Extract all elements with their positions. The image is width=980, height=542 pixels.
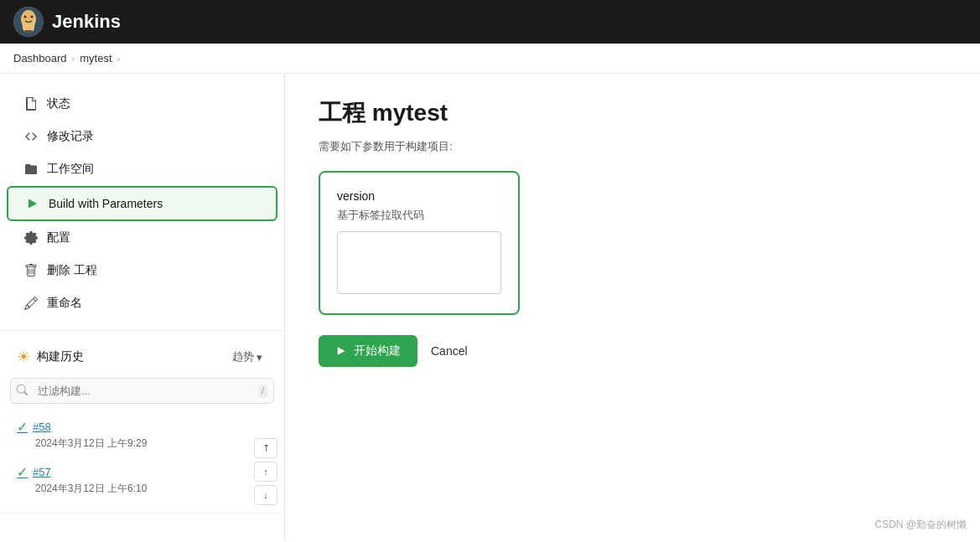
jenkins-logo-svg xyxy=(13,7,44,37)
layout: 状态 修改记录 工作空间 Build with xyxy=(0,74,980,540)
build-button-label: 开始构建 xyxy=(354,343,401,359)
breadcrumb-dashboard[interactable]: Dashboard xyxy=(13,52,67,65)
sidebar-item-config[interactable]: 配置 xyxy=(7,222,277,254)
status-ok-icon-58: ✓ xyxy=(17,419,28,435)
action-buttons: 开始构建 Cancel xyxy=(319,335,946,367)
scroll-controls: ⤒ ↑ ↓ xyxy=(0,513,284,527)
sidebar-item-status[interactable]: 状态 xyxy=(7,88,277,120)
build-date-57: 2024年3月12日 上午6:10 xyxy=(17,482,267,496)
param-input[interactable] xyxy=(337,231,501,294)
build-item-title-57: ✓ #57 xyxy=(17,464,267,480)
trend-label: 趋势 xyxy=(232,349,254,364)
build-date-58: 2024年3月12日 上午9:29 xyxy=(17,436,267,451)
build-number-58: #58 xyxy=(33,421,51,433)
breadcrumb: Dashboard › mytest › xyxy=(0,44,980,74)
trash-icon xyxy=(23,263,39,278)
arrow-up-icon: ↑ xyxy=(263,467,268,477)
pencil-icon xyxy=(23,296,39,311)
status-ok-icon-57: ✓ xyxy=(17,464,28,480)
sidebar-item-rename[interactable]: 重命名 xyxy=(7,287,277,319)
scroll-up-button[interactable]: ↑ xyxy=(254,462,277,482)
page-subtitle: 需要如下参数用于构建项目: xyxy=(319,139,946,154)
build-history-title: 构建历史 xyxy=(37,349,84,364)
code-icon xyxy=(23,129,39,144)
param-description: 基于标签拉取代码 xyxy=(337,208,501,223)
sidebar-nav: 状态 修改记录 工作空间 Build with xyxy=(0,87,284,320)
list-item[interactable]: ✓ #57 2024年3月12日 上午6:10 xyxy=(0,457,284,503)
search-input[interactable] xyxy=(10,378,274,404)
build-button[interactable]: 开始构建 xyxy=(319,335,417,367)
param-form: version 基于标签拉取代码 xyxy=(319,171,520,315)
svg-point-4 xyxy=(31,16,34,18)
header: Jenkins xyxy=(0,0,980,44)
chevron-down-icon: ▾ xyxy=(257,351,262,364)
app-title: Jenkins xyxy=(52,11,121,33)
build-history-header: ☀ 构建历史 趋势 ▾ xyxy=(0,341,284,373)
sidebar-label-workspace: 工作空间 xyxy=(47,162,94,177)
page-title: 工程 mytest xyxy=(319,97,946,129)
jenkins-icon xyxy=(13,7,44,37)
folder-icon xyxy=(23,162,39,177)
svg-rect-6 xyxy=(23,22,26,27)
sidebar-label-status: 状态 xyxy=(47,96,70,111)
list-item[interactable]: ✓ #58 2024年3月12日 上午9:29 xyxy=(0,412,284,457)
sidebar-item-build-params[interactable]: Build with Parameters xyxy=(7,186,277,221)
play-icon xyxy=(25,196,40,211)
sidebar-label-delete: 删除 工程 xyxy=(47,263,97,278)
search-wrapper: / xyxy=(10,378,274,404)
gear-icon xyxy=(23,230,39,245)
breadcrumb-mytest[interactable]: mytest xyxy=(80,52,111,65)
sidebar-label-changes: 修改记录 xyxy=(47,129,94,144)
sidebar-item-delete[interactable]: 删除 工程 xyxy=(7,255,277,286)
build-play-icon xyxy=(335,345,347,357)
param-name: version xyxy=(337,189,501,203)
breadcrumb-sep-1: › xyxy=(72,54,75,64)
sidebar-item-workspace[interactable]: 工作空间 xyxy=(7,153,277,185)
sidebar-divider xyxy=(0,330,284,331)
sidebar-item-changes[interactable]: 修改记录 xyxy=(7,121,277,152)
sun-icon: ☀ xyxy=(17,348,30,366)
scroll-top-button[interactable]: ⤒ xyxy=(254,438,277,458)
sidebar-label-build-params: Build with Parameters xyxy=(49,197,163,210)
build-history-left: ☀ 构建历史 xyxy=(17,348,84,366)
sidebar-label-rename: 重命名 xyxy=(47,296,82,311)
svg-rect-5 xyxy=(24,30,33,34)
arrow-down-icon: ↓ xyxy=(263,490,268,500)
scroll-buttons-panel: ⤒ ↑ ↓ xyxy=(254,438,277,505)
cancel-button-label: Cancel xyxy=(431,344,468,358)
search-icon xyxy=(17,385,28,398)
search-shortcut: / xyxy=(258,385,267,398)
arrow-top-icon: ⤒ xyxy=(262,443,270,454)
sidebar-label-config: 配置 xyxy=(47,230,70,245)
logo[interactable]: Jenkins xyxy=(13,7,121,37)
main-content: 工程 mytest 需要如下参数用于构建项目: version 基于标签拉取代码… xyxy=(285,74,980,540)
cancel-button[interactable]: Cancel xyxy=(428,336,471,366)
sidebar: 状态 修改记录 工作空间 Build with xyxy=(0,74,285,540)
svg-point-3 xyxy=(24,16,27,18)
svg-rect-7 xyxy=(31,22,34,27)
build-list: ✓ #58 2024年3月12日 上午9:29 ✓ #57 2024年3月12日… xyxy=(0,409,284,506)
build-item-title-58: ✓ #58 xyxy=(17,419,267,435)
file-icon xyxy=(23,96,39,111)
scroll-down-button[interactable]: ↓ xyxy=(254,485,277,505)
breadcrumb-sep-2: › xyxy=(117,54,121,64)
watermark: CSDN @勤奋的树懒 xyxy=(874,518,967,532)
trend-button[interactable]: 趋势 ▾ xyxy=(227,348,267,366)
build-number-57: #57 xyxy=(33,466,51,478)
